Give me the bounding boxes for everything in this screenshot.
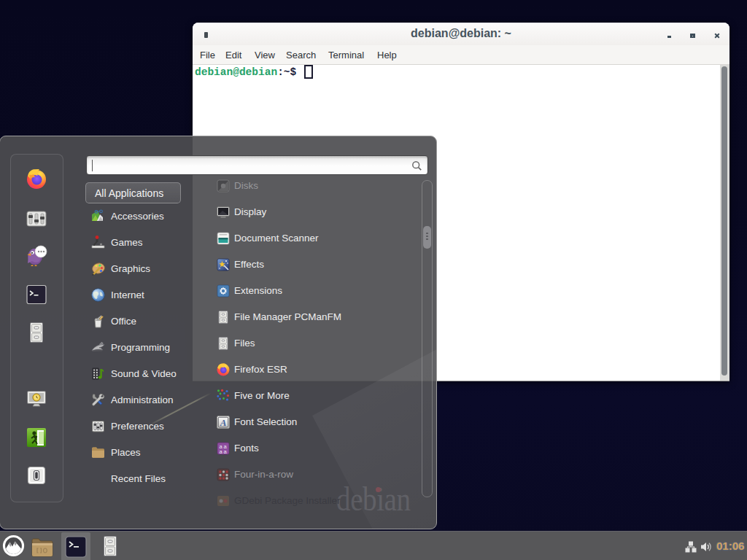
- svg-text:A: A: [220, 417, 227, 428]
